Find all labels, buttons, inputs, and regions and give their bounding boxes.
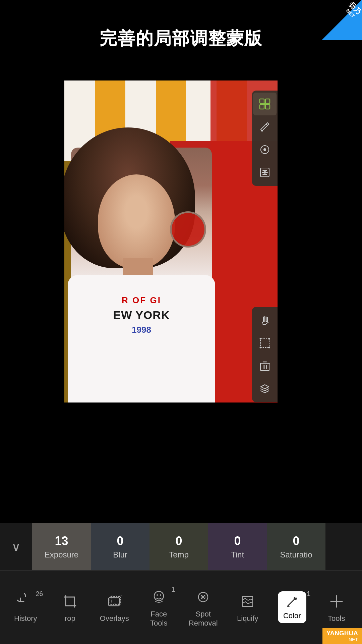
brush-tool-button[interactable] [253, 115, 277, 138]
gradient-icon [259, 167, 270, 178]
svg-point-4 [264, 103, 266, 105]
radial-selection-indicator[interactable] [170, 211, 206, 248]
expand-icon [259, 98, 270, 110]
brand-name: YANGHUA [326, 630, 358, 637]
toolbar-right-bottom [252, 307, 278, 402]
brush-icon [259, 121, 270, 132]
svg-point-24 [294, 597, 297, 600]
face [98, 174, 175, 268]
history-icon [15, 591, 36, 611]
history-button[interactable]: 26 History [7, 591, 44, 623]
history-label: History [14, 614, 37, 623]
svg-point-12 [268, 338, 270, 340]
spot-removal-label: Spot Removal [189, 610, 218, 628]
overlays-button[interactable]: Overlays [96, 591, 133, 623]
svg-point-14 [268, 347, 270, 348]
person-silhouette: R OF GI EW YORK 1998 [71, 148, 212, 402]
tshirt: R OF GI EW YORK 1998 [68, 275, 215, 402]
face-tools-badge: 1 [169, 586, 177, 593]
face-tools-button[interactable]: 1 Face Tools [140, 587, 177, 628]
tint-label: Tint [231, 550, 244, 559]
expand-selection-button[interactable] [253, 93, 277, 115]
layers-icon [259, 383, 270, 394]
svg-point-21 [160, 594, 161, 596]
hand-tool-button[interactable] [253, 309, 277, 332]
liquify-icon [238, 591, 258, 611]
crop-icon [60, 591, 80, 611]
adjustment-item-exposure[interactable]: 13 Exposure [32, 523, 91, 570]
svg-point-25 [295, 597, 297, 598]
liquify-label: Liquify [237, 614, 258, 623]
color-badge: 1 [307, 590, 310, 598]
tools-icon [326, 591, 347, 611]
svg-rect-0 [260, 99, 264, 103]
tint-value: 0 [234, 534, 241, 548]
svg-point-7 [263, 148, 266, 151]
crop-label: rop [65, 614, 75, 623]
adjustment-item-temp[interactable]: 0 Temp [149, 523, 208, 570]
blur-value: 0 [117, 534, 123, 548]
saturation-label: Saturatio [280, 550, 312, 559]
svg-rect-10 [260, 339, 269, 347]
color-label: Color [283, 611, 301, 620]
tools-button[interactable]: Tools [318, 591, 355, 623]
spot-removal-button[interactable]: Spot Removal [185, 587, 222, 628]
spot-removal-icon [193, 587, 213, 607]
adjustment-item-blur[interactable]: 0 Blur [91, 523, 149, 570]
svg-rect-3 [265, 105, 270, 109]
toolbar-right-top [252, 91, 278, 186]
svg-point-13 [260, 347, 261, 348]
photo-canvas: R OF GI EW YORK 1998 [64, 80, 278, 402]
color-icon [284, 594, 300, 609]
svg-point-5 [261, 130, 263, 131]
overlays-icon [104, 591, 124, 611]
overlays-label: Overlays [100, 614, 129, 623]
face-tools-label: Face Tools [150, 610, 167, 628]
face-tools-icon [149, 587, 169, 607]
brand-watermark: YANGHUA .NET [322, 628, 362, 644]
exposure-label: Exposure [45, 550, 78, 559]
tshirt-text-line2: EW YORK [113, 309, 170, 322]
liquify-button[interactable]: Liquify [229, 591, 266, 623]
layers-button[interactable] [253, 377, 277, 400]
gradient-tool-button[interactable] [253, 161, 277, 184]
adjustments-strip: ∨ 13 Exposure 0 Blur 0 Temp 0 Tint 0 Sat… [0, 523, 362, 570]
blur-label: Blur [113, 550, 127, 559]
temp-value: 0 [175, 534, 182, 548]
delete-icon [260, 361, 270, 371]
photo-background: R OF GI EW YORK 1998 [64, 80, 278, 402]
svg-point-20 [157, 594, 158, 596]
hand-icon [259, 315, 270, 326]
saturation-value: 0 [293, 534, 299, 548]
color-button[interactable]: 1 Color [274, 591, 310, 623]
color-button-wrapper: Color [278, 591, 306, 623]
tshirt-text-line1: R OF GI [122, 295, 161, 306]
radial-icon [259, 144, 270, 155]
watermark-corner: 扬乃 NET [322, 0, 362, 40]
page-title: 完善的局部调整蒙版 [0, 0, 362, 64]
history-badge: 26 [35, 590, 43, 598]
bottom-toolbar: 26 History rop Overlays [0, 570, 362, 644]
brand-net: .NET [326, 637, 358, 642]
svg-point-11 [260, 338, 261, 340]
temp-label: Temp [169, 550, 189, 559]
tshirt-text-line3: 1998 [132, 325, 151, 335]
radial-tool-button[interactable] [253, 138, 277, 161]
svg-rect-1 [265, 99, 270, 103]
transform-icon [259, 338, 270, 348]
transform-button[interactable] [253, 332, 277, 355]
tools-label: Tools [328, 614, 345, 623]
delete-button[interactable] [253, 355, 277, 377]
adjustments-toggle[interactable]: ∨ [0, 523, 32, 570]
adjustment-item-saturation[interactable]: 0 Saturatio [267, 523, 325, 570]
adjustment-item-tint[interactable]: 0 Tint [208, 523, 267, 570]
crop-button[interactable]: rop [52, 591, 88, 623]
exposure-value: 13 [55, 534, 68, 548]
svg-rect-2 [260, 105, 264, 109]
